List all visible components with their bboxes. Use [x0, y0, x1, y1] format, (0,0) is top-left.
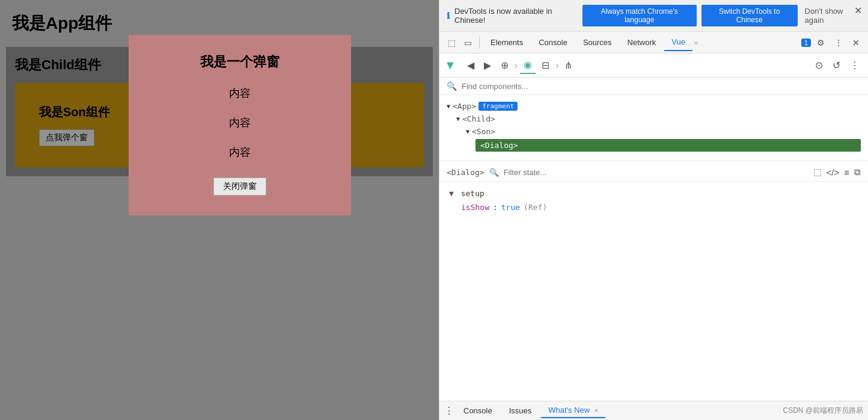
bottom-bar: ⋮ Console Issues What's New × CSDN @前端程序… — [439, 401, 868, 420]
console-badge: 1 — [801, 39, 811, 47]
more-tabs-icon[interactable]: » — [694, 38, 698, 47]
filter-input[interactable] — [504, 168, 808, 177]
prop-line: isShow : true (Ref) — [461, 203, 858, 212]
tree-item-dialog-wrapper: <Dialog> — [475, 139, 861, 152]
more-options-icon[interactable]: ⋮ — [846, 57, 863, 73]
search-bar: 🔍 — [439, 78, 868, 95]
tree-tag-dialog: <Dialog> — [480, 141, 518, 150]
son-container: 我是Son组件 点我弹个窗 我是一个弹窗 内容 内容 内容 关闭弹窗 — [15, 83, 424, 167]
state-panel: <Dialog> 🔍 ⬚ </> ≡ ⧉ ▼ setup isShow : tr… — [439, 163, 868, 401]
dialog-close-button[interactable]: 关闭弹窗 — [213, 178, 266, 196]
lang-notice-text: DevTools is now available in Chinese! — [454, 7, 578, 25]
left-panel: 我是App组件 我是Child组件 我是Son组件 点我弹个窗 我是一个弹窗 内… — [0, 0, 439, 420]
chevron-sep-2: › — [555, 60, 558, 71]
filter-icon: 🔍 — [489, 168, 499, 177]
setup-section: ▼ setup — [449, 189, 858, 198]
vue-toolbar: ▼ ◀ ▶ ⊕ › ◉ ⊟ › ⋔ ⊙ ↺ ⋮ — [439, 54, 868, 78]
layers-button[interactable]: ⊕ — [497, 57, 512, 73]
list-icon[interactable]: ≡ — [844, 167, 849, 178]
chevron-sep-1: › — [515, 60, 518, 71]
dialog-title: 我是一个弹窗 — [200, 53, 280, 71]
devtools-tabs-bar: ⬚ ▭ Elements Console Sources Network Vue… — [439, 32, 868, 54]
notification-close-icon[interactable]: ✕ — [854, 5, 862, 16]
child-container: 我是Child组件 我是Son组件 点我弹个窗 我是一个弹窗 内容 内容 内容 … — [6, 47, 433, 176]
prop-value: true — [501, 203, 520, 212]
kebab-menu-icon[interactable]: ⋮ — [831, 36, 846, 50]
state-content: ▼ setup isShow : true (Ref) — [439, 182, 868, 401]
inspect-component-icon[interactable]: ⬚ — [813, 167, 822, 178]
state-component-name: <Dialog> — [447, 168, 484, 177]
devtools-right-icons: 1 ⚙ ⋮ ✕ — [800, 36, 863, 50]
close-devtools-icon[interactable]: ✕ — [849, 36, 863, 50]
whats-new-close-icon[interactable]: × — [594, 407, 598, 414]
prop-colon: : — [493, 203, 498, 212]
timeline-button[interactable]: ⊟ — [538, 57, 553, 73]
bottom-tab-whats-new[interactable]: What's New × — [541, 403, 605, 418]
performance-button[interactable]: ⋔ — [561, 57, 576, 73]
tab-console[interactable]: Console — [531, 34, 575, 51]
device-icon[interactable]: ▭ — [460, 36, 475, 50]
prop-name: isShow — [461, 203, 489, 212]
vue-logo: ▼ — [444, 58, 456, 72]
state-icons: ⬚ </> ≡ ⧉ — [813, 167, 861, 178]
inspect-icon[interactable]: ⬚ — [444, 36, 459, 50]
bottom-tab-issues[interactable]: Issues — [502, 404, 539, 418]
dialog-box: 我是一个弹窗 内容 内容 内容 关闭弹窗 — [129, 35, 351, 215]
back-button[interactable]: ◀ — [463, 57, 478, 73]
dialog-content-1: 内容 — [229, 86, 251, 100]
fragment-badge: fragment — [478, 102, 518, 111]
lang-notification: ℹ DevTools is now available in Chinese! … — [439, 0, 868, 32]
tree-item-app[interactable]: ▼ <App> fragment — [447, 100, 861, 113]
tree-arrow-son: ▼ — [466, 128, 469, 135]
component-tree: ▼ <App> fragment ▼ <Child> ▼ <Son> <Dial… — [439, 95, 868, 158]
tab-sources[interactable]: Sources — [576, 34, 619, 51]
dialog-content-3: 内容 — [229, 145, 251, 159]
dialog-content-2: 内容 — [229, 116, 251, 130]
target-icon[interactable]: ⊙ — [811, 57, 827, 73]
tree-item-child[interactable]: ▼ <Child> — [456, 113, 861, 125]
devtools-panel: ℹ DevTools is now available in Chinese! … — [439, 0, 868, 420]
tree-tag-app: <App> — [453, 102, 476, 111]
dont-show-link[interactable]: Don't show again — [805, 7, 861, 25]
settings-icon[interactable]: ⚙ — [813, 36, 828, 50]
vue-toolbar-right: ⊙ ↺ ⋮ — [811, 57, 863, 73]
lang-match-button[interactable]: Always match Chrome's language — [582, 5, 697, 26]
setup-label: setup — [461, 189, 484, 198]
whats-new-label: What's New — [548, 406, 590, 415]
tab-network[interactable]: Network — [620, 34, 664, 51]
search-icon: 🔍 — [447, 81, 457, 91]
forward-button[interactable]: ▶ — [480, 57, 495, 73]
bottom-menu-icon[interactable]: ⋮ — [444, 405, 454, 416]
search-input[interactable] — [462, 82, 861, 91]
tab-vue[interactable]: Vue — [664, 34, 692, 51]
setup-arrow: ▼ — [449, 189, 454, 198]
tree-item-dialog[interactable]: <Dialog> — [475, 139, 861, 152]
code-icon[interactable]: </> — [827, 167, 840, 178]
prop-ref: (Ref) — [524, 203, 547, 212]
state-divider — [439, 160, 868, 161]
bottom-tab-console[interactable]: Console — [456, 404, 500, 418]
tree-arrow-child: ▼ — [456, 116, 460, 122]
open-editor-icon[interactable]: ⧉ — [854, 167, 861, 178]
bottom-right-text: CSDN @前端程序员路易 — [783, 406, 863, 416]
tree-item-son[interactable]: ▼ <Son> — [466, 125, 861, 138]
tree-arrow-app: ▼ — [447, 103, 450, 110]
info-icon: ℹ — [447, 11, 450, 20]
state-header: <Dialog> 🔍 ⬚ </> ≡ ⧉ — [439, 163, 868, 182]
tree-tag-child: <Child> — [462, 114, 495, 123]
component-tree-button[interactable]: ◉ — [520, 57, 536, 74]
lang-switch-button[interactable]: Switch DevTools to Chinese — [701, 5, 798, 26]
dialog-overlay: 我是一个弹窗 内容 内容 内容 关闭弹窗 — [15, 83, 424, 167]
tab-elements[interactable]: Elements — [483, 34, 530, 51]
tree-tag-son: <Son> — [472, 127, 495, 136]
refresh-icon[interactable]: ↺ — [829, 57, 844, 73]
